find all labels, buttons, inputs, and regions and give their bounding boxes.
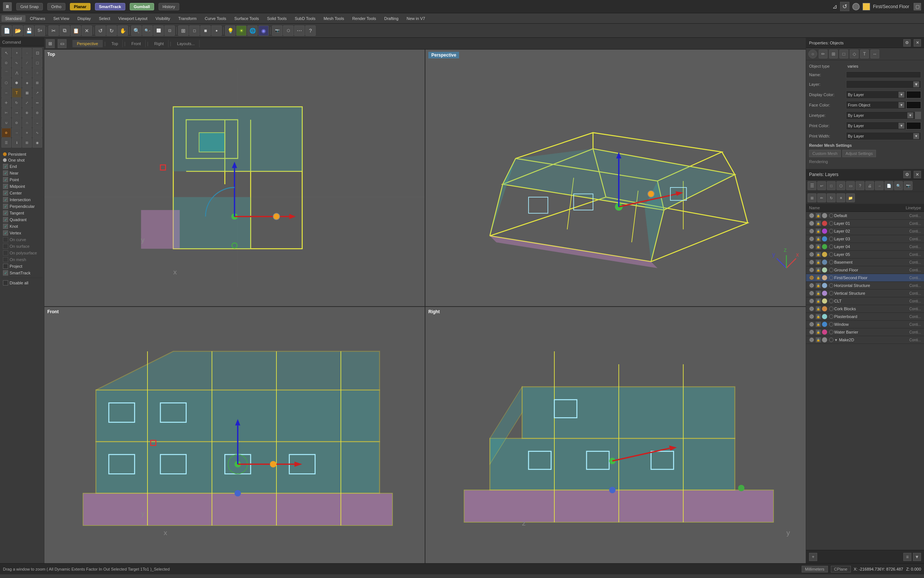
osnap-persistent[interactable]: Persistent xyxy=(2,151,42,157)
osnap-quadrant[interactable]: ✓ Quadrant xyxy=(2,216,42,223)
layer-color-clt[interactable] xyxy=(822,299,827,304)
prop-icon-mesh[interactable]: ⊞ xyxy=(829,50,838,58)
layer-print-02[interactable] xyxy=(829,229,833,233)
prop-linetype-select[interactable]: By Layer ▼ xyxy=(846,111,915,119)
layer-print-cork[interactable] xyxy=(829,307,833,311)
adjust-settings-btn[interactable]: Adjust Settings xyxy=(842,150,876,157)
curvature-tool[interactable]: ∿ xyxy=(32,128,42,138)
toolbar-undo[interactable]: ↺ xyxy=(95,26,106,36)
osnap-on-polysurface[interactable]: On polysurface xyxy=(2,250,42,256)
layer-lock-04[interactable]: 🔒 xyxy=(816,244,821,249)
prop-icon-diamond[interactable]: ◇ xyxy=(850,50,859,58)
layer-row-default[interactable]: 🔒 Default Conti... xyxy=(806,212,924,220)
extrude-tool[interactable]: ⬢ xyxy=(12,78,21,88)
toolbar-pan[interactable]: ✋ xyxy=(118,26,128,36)
layer-vis-make2d[interactable] xyxy=(809,337,814,343)
osnap-point[interactable]: ✓ Point xyxy=(2,176,42,183)
layer-row-clt[interactable]: 🔒 CLT Conti... xyxy=(806,297,924,305)
layers-icon-parent[interactable]: ↩ xyxy=(817,181,826,190)
layer-color-vs[interactable] xyxy=(822,291,827,296)
tab-front[interactable]: Front xyxy=(127,40,146,47)
spline-tool[interactable]: ~ xyxy=(22,68,32,78)
point-tool[interactable]: · xyxy=(22,48,32,58)
prop-icon-circle[interactable]: ○ xyxy=(808,50,817,58)
boolean-union[interactable]: ∪ xyxy=(2,118,11,128)
layer-color-05[interactable] xyxy=(822,252,827,257)
viewport-single-icon[interactable]: ▭ xyxy=(58,39,66,48)
leader-tool[interactable]: ↗ xyxy=(32,88,42,97)
toolbar-cut[interactable]: ✂ xyxy=(49,26,59,36)
layer-row-05[interactable]: 🔒 Layer 05 Conti... xyxy=(806,251,924,258)
layer-vis-01[interactable] xyxy=(809,221,814,226)
toolbar-redo[interactable]: ↻ xyxy=(107,26,117,36)
menu-viewport-layout[interactable]: Viewport Layout xyxy=(115,15,151,22)
layer-lock-first-second[interactable]: 🔒 xyxy=(816,275,821,280)
toolbar-copy[interactable]: ⧉ xyxy=(60,26,70,36)
layer-lock-make2d[interactable]: 🔒 xyxy=(816,337,821,343)
properties-close-btn[interactable]: ✕ xyxy=(914,39,921,47)
layer-color-basement[interactable] xyxy=(822,260,827,265)
properties-settings-btn[interactable]: ⚙ xyxy=(903,39,911,47)
prop-linetype-arrow[interactable]: ▼ xyxy=(907,112,913,119)
grid-snap-button[interactable]: Grid Snap xyxy=(16,3,43,10)
dim-tool[interactable]: ↔ xyxy=(2,88,11,97)
ellipse-tool[interactable]: ○ xyxy=(32,68,42,78)
prop-icon-pen[interactable]: ✏ xyxy=(819,50,827,58)
osnap-midpoint[interactable]: ✓ Midpoint xyxy=(2,183,42,190)
layer-color-default[interactable] xyxy=(822,213,827,218)
toolbar-new[interactable]: 📄 xyxy=(2,26,12,36)
record-icon[interactable] xyxy=(852,3,860,10)
toolbar-material[interactable]: ◉ xyxy=(258,26,269,36)
osnap-on-curve[interactable]: On curve xyxy=(2,236,42,243)
prop-linetype-swatch[interactable] xyxy=(915,112,921,119)
viewport-top-canvas[interactable]: x y xyxy=(44,50,425,306)
layers-settings-btn[interactable]: ⚙ xyxy=(903,171,911,178)
prop-print-color-swatch[interactable] xyxy=(906,122,921,130)
layer-print-basement[interactable] xyxy=(829,260,833,265)
layer-color-01[interactable] xyxy=(822,221,827,226)
toolbar-open[interactable]: 📂 xyxy=(13,26,23,36)
menu-standard[interactable]: Standard xyxy=(2,15,26,22)
viewport-grid-icon[interactable]: ⊞ xyxy=(46,39,55,48)
prop-name-input[interactable] xyxy=(846,71,921,78)
layer-lock-wb[interactable]: 🔒 xyxy=(816,330,821,334)
offset-tool[interactable]: ⊜ xyxy=(32,108,42,118)
rotate-tool[interactable]: ↻ xyxy=(12,98,21,108)
layer-color-04[interactable] xyxy=(822,244,827,249)
toolbar-render[interactable]: ● xyxy=(211,26,222,36)
viewport-right-canvas[interactable]: y z xyxy=(426,307,806,563)
tab-perspective[interactable]: Perspective xyxy=(73,40,103,47)
osnap-one-shot[interactable]: One shot xyxy=(2,157,42,163)
layer-vis-04[interactable] xyxy=(809,244,814,249)
osnap-near[interactable]: ✓ Near xyxy=(2,170,42,176)
layers-icon-question[interactable]: ? xyxy=(856,181,864,190)
layer-print-first-second[interactable] xyxy=(829,276,833,280)
layer-color-ground-floor[interactable] xyxy=(822,267,827,273)
toolbar-save-as[interactable]: S+ xyxy=(35,26,45,36)
layer-row-02[interactable]: 🔒 Layer 02 Conti... xyxy=(806,227,924,235)
toolbar-wireframe[interactable]: ◻ xyxy=(189,26,200,36)
layer-print-make2d[interactable] xyxy=(829,338,833,342)
snap-tool[interactable]: ◉ xyxy=(32,138,42,148)
circle-tool[interactable]: ⊙ xyxy=(2,58,11,68)
layer-vis-first-second[interactable] xyxy=(809,275,814,280)
layer-row-horizontal-structure[interactable]: 🔒 Horizontal Structure Conti... xyxy=(806,282,924,289)
move-tool[interactable]: ✛ xyxy=(2,98,11,108)
layer-print-wb[interactable] xyxy=(829,330,833,334)
layer-print-04[interactable] xyxy=(829,244,833,249)
trim-tool[interactable]: ✄ xyxy=(2,108,11,118)
layers-icon-right-arrow[interactable]: → xyxy=(875,181,884,190)
layers-icon-folder[interactable]: 📁 xyxy=(846,193,855,202)
layer-row-basement[interactable]: 🔒 Basement Conti... xyxy=(806,258,924,266)
layer-vis-basement[interactable] xyxy=(809,260,814,265)
viewport-top[interactable]: Top xyxy=(44,50,425,306)
layers-icon-3d[interactable]: ⬡ xyxy=(837,181,845,190)
filter-icon[interactable]: ⊿ xyxy=(832,3,837,10)
solid-tool[interactable]: ◈ xyxy=(22,78,32,88)
layer-lock-01[interactable]: 🔒 xyxy=(816,221,821,226)
undo-icon[interactable]: ↺ xyxy=(840,2,850,11)
fillet-tool[interactable]: ⌣ xyxy=(32,118,42,128)
toolbar-help[interactable]: ? xyxy=(305,26,316,36)
toolbar-camera[interactable]: 📷 xyxy=(272,26,282,36)
layer-vis-wb[interactable] xyxy=(809,330,814,334)
